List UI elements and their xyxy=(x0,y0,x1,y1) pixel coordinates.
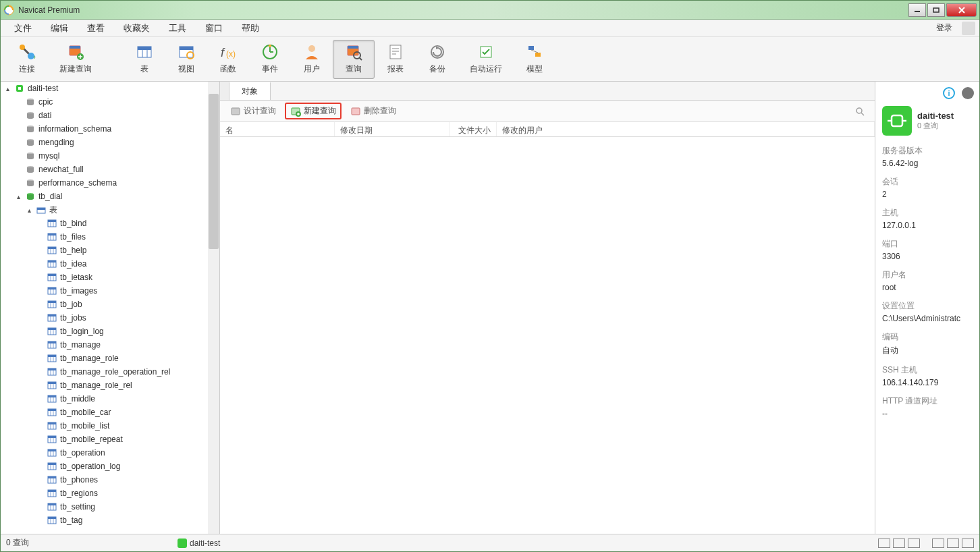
tree-table[interactable]: tb_login_log xyxy=(1,325,208,338)
tree-table[interactable]: tb_manage_role_rel xyxy=(1,379,208,392)
menu-file[interactable]: 文件 xyxy=(5,20,41,37)
tree-table[interactable]: tb_manage_role_operation_rel xyxy=(1,365,208,379)
tree-database[interactable]: performance_schema xyxy=(1,176,208,190)
toolbar-backup-button[interactable]: 备份 xyxy=(416,40,458,79)
toolbar-report-button[interactable]: 报表 xyxy=(375,40,416,79)
list-body xyxy=(220,137,875,534)
toolbar-user-button[interactable]: 用户 xyxy=(291,40,333,79)
menu-view[interactable]: 查看 xyxy=(78,20,114,37)
statusbar: 0 查询 daiti-test xyxy=(1,534,979,551)
view-detail-icon[interactable] xyxy=(908,539,920,548)
tree-table[interactable]: tb_setting xyxy=(1,500,208,514)
toolbar-connect-button[interactable]: +连接 xyxy=(6,40,48,79)
tree-table[interactable]: tb_manage xyxy=(1,338,208,352)
tree-connection[interactable]: ▴daiti-test xyxy=(1,82,208,95)
tree-database[interactable]: cpic xyxy=(1,95,208,109)
tree-table[interactable]: tb_tag xyxy=(1,514,208,527)
eye-icon[interactable] xyxy=(962,87,974,99)
tree-table[interactable]: tb_operation xyxy=(1,446,208,460)
tree-table[interactable]: tb_files xyxy=(1,230,208,244)
close-button[interactable] xyxy=(946,3,977,17)
col-size[interactable]: 文件大小 xyxy=(450,122,497,136)
tree-table[interactable]: tb_ietask xyxy=(1,271,208,284)
col-name[interactable]: 名 xyxy=(220,122,335,136)
tree-item-icon xyxy=(25,165,36,174)
tree-table[interactable]: tb_images xyxy=(1,284,208,298)
layout-2-icon[interactable] xyxy=(947,539,959,548)
svg-rect-14 xyxy=(138,47,151,50)
tree-database[interactable]: dati xyxy=(1,109,208,122)
menu-edit[interactable]: 编辑 xyxy=(41,20,78,37)
toolbar-new-query-button[interactable]: 新建查询 xyxy=(48,40,103,79)
tree-tables-folder[interactable]: ▴表 xyxy=(1,203,208,217)
toolbar-automation-button[interactable]: 自动运行 xyxy=(458,40,514,79)
tree-database[interactable]: mysql xyxy=(1,149,208,163)
view-grid-icon[interactable] xyxy=(878,539,890,548)
maximize-button[interactable] xyxy=(927,3,945,17)
sidebar-scrollbar[interactable] xyxy=(208,82,219,534)
toolbar-model-button[interactable]: 模型 xyxy=(514,40,555,79)
layout-3-icon[interactable] xyxy=(962,539,974,548)
tree-table[interactable]: tb_mobile_repeat xyxy=(1,433,208,446)
login-button[interactable]: 登录 xyxy=(931,20,958,36)
info-icon[interactable]: i xyxy=(943,87,955,99)
svg-rect-153 xyxy=(892,115,902,126)
tree-table[interactable]: tb_regions xyxy=(1,487,208,500)
svg-rect-142 xyxy=(48,517,56,519)
tree-table[interactable]: tb_manage_role xyxy=(1,352,208,365)
tree-item-icon xyxy=(25,124,36,134)
toolbar-event-button[interactable]: 事件 xyxy=(249,40,291,79)
new-query-button[interactable]: 新建查询 xyxy=(285,103,342,119)
delete-query-button[interactable]: 删除查询 xyxy=(344,103,402,119)
menu-window[interactable]: 窗口 xyxy=(196,20,232,37)
svg-rect-94 xyxy=(48,355,56,357)
tree-table[interactable]: tb_mobile_car xyxy=(1,406,208,419)
delete-icon xyxy=(350,106,361,117)
user-icon xyxy=(303,43,321,61)
label-port: 端口 xyxy=(882,238,974,250)
svg-point-25 xyxy=(269,45,271,47)
col-modified[interactable]: 修改日期 xyxy=(335,122,450,136)
tree-item-icon xyxy=(47,354,57,363)
tree-database[interactable]: mengding xyxy=(1,136,208,149)
label-ssh: SSH 主机 xyxy=(882,364,974,376)
tree-item-label: daiti-test xyxy=(28,84,58,93)
tree-table[interactable]: tb_job xyxy=(1,298,208,311)
svg-point-5 xyxy=(20,45,25,50)
menu-help[interactable]: 帮助 xyxy=(232,20,269,37)
toolbar-query-button[interactable]: 查询 xyxy=(333,40,375,79)
tree-table[interactable]: tb_idea xyxy=(1,257,208,271)
tree-table[interactable]: tb_jobs xyxy=(1,311,208,325)
menu-tools[interactable]: 工具 xyxy=(159,20,196,37)
tree-table[interactable]: tb_phones xyxy=(1,473,208,487)
tree-toggle-icon[interactable]: ▴ xyxy=(25,206,33,214)
toolbar-view-button[interactable]: 视图 xyxy=(165,40,207,79)
tree-toggle-icon[interactable]: ▴ xyxy=(14,193,22,200)
tree-database[interactable]: information_schema xyxy=(1,122,208,136)
toolbar-function-button[interactable]: f(x)函数 xyxy=(207,40,249,79)
tree-database-open[interactable]: ▴tb_dial xyxy=(1,190,208,203)
tree-table[interactable]: tb_operation_log xyxy=(1,460,208,473)
titlebar: Navicat Premium xyxy=(1,1,979,20)
tree-toggle-icon[interactable]: ▴ xyxy=(3,85,11,92)
tree-database[interactable]: newchat_full xyxy=(1,163,208,176)
design-query-button[interactable]: 设计查询 xyxy=(224,103,282,119)
tree-item-label: newchat_full xyxy=(38,165,84,174)
view-list-icon[interactable] xyxy=(893,539,905,548)
tree-table[interactable]: tb_middle xyxy=(1,392,208,406)
menu-favorites[interactable]: 收藏夹 xyxy=(114,20,159,37)
tree-table[interactable]: tb_bind xyxy=(1,217,208,230)
avatar-icon[interactable] xyxy=(962,22,975,35)
tab-object[interactable]: 对象 xyxy=(229,82,271,100)
search-icon[interactable] xyxy=(854,106,865,117)
toolbar-table-button[interactable]: 表 xyxy=(124,40,165,79)
tree-table[interactable]: tb_help xyxy=(1,244,208,257)
tree-item-label: tb_regions xyxy=(60,489,98,498)
minimize-button[interactable] xyxy=(908,3,926,17)
svg-rect-39 xyxy=(535,53,541,57)
layout-1-icon[interactable] xyxy=(932,539,944,548)
toolbar-label: 表 xyxy=(140,63,148,75)
tree-item-icon xyxy=(47,313,57,323)
col-user[interactable]: 修改的用户 xyxy=(497,122,875,136)
tree-table[interactable]: tb_mobile_list xyxy=(1,419,208,433)
